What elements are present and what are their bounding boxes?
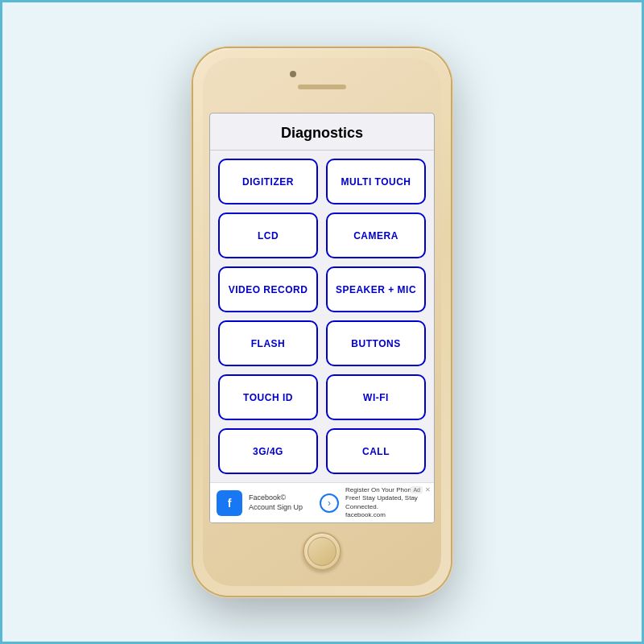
btn-speaker-mic[interactable]: SPEAKER + MIC [326,266,426,312]
ad-left-line2: Account Sign Up [249,503,313,513]
btn-digitizer[interactable]: DIGITIZER [218,159,318,204]
home-button-inner [308,537,336,566]
ad-right-line2: Free! Stay Updated, Stay Connected. [345,494,427,511]
btn-lcd[interactable]: LCD [218,213,318,258]
top-bar [209,64,435,113]
phone-device: Diagnostics DIGITIZERMULTI TOUCHLCDCAMER… [193,48,451,596]
speaker [298,85,346,89]
screen-content: Diagnostics DIGITIZERMULTI TOUCHLCDCAMER… [210,114,434,522]
phone-inner: Diagnostics DIGITIZERMULTI TOUCHLCDCAMER… [203,58,441,586]
facebook-icon: f [217,490,242,516]
screen: Diagnostics DIGITIZERMULTI TOUCHLCDCAMER… [209,113,435,523]
btn-wifi[interactable]: WI-FI [326,374,426,420]
ad-arrow[interactable]: › [320,493,339,513]
btn-flash[interactable]: FLASH [218,320,318,366]
ad-banner[interactable]: f Facebook© Account Sign Up › Register O… [210,482,434,522]
diagnostics-grid: DIGITIZERMULTI TOUCHLCDCAMERAVIDEO RECOR… [210,151,434,482]
close-icon[interactable]: ✕ [425,486,431,493]
ad-text-left: Facebook© Account Sign Up [249,493,313,512]
btn-call[interactable]: CALL [326,428,426,474]
btn-video-record[interactable]: VIDEO RECORD [218,266,318,312]
page-title: Diagnostics [210,114,434,151]
home-button[interactable] [303,532,341,571]
btn-multi-touch[interactable]: MULTI TOUCH [326,159,426,204]
btn-buttons[interactable]: BUTTONS [326,320,426,366]
bottom-bar [209,523,435,580]
btn-3g4g[interactable]: 3G/4G [218,428,318,474]
ad-left-line1: Facebook© [249,493,313,503]
ad-right-line3: facebook.com [345,511,427,519]
front-camera [290,71,296,77]
btn-camera[interactable]: CAMERA [326,213,426,258]
btn-touch-id[interactable]: TOUCH ID [218,374,318,420]
ad-badge: Ad [411,486,423,493]
